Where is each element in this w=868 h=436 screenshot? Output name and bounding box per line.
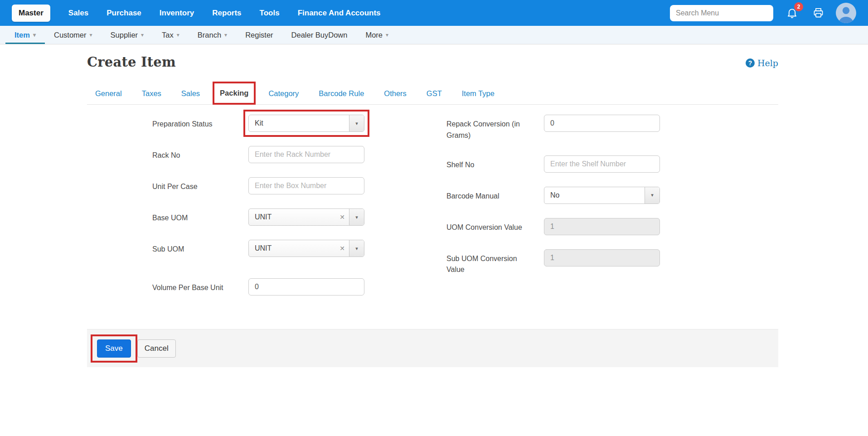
nav-item-sales[interactable]: Sales [68, 9, 88, 18]
field-label: Volume Per Base Unit [152, 278, 248, 294]
tab-category[interactable]: Category [267, 87, 300, 104]
form-column-right: Repack Conversion (in Grams) Shelf No Ba… [446, 115, 660, 290]
repack-conversion-input[interactable] [544, 115, 660, 132]
nav-item-master[interactable]: Master [12, 5, 50, 22]
field-label: Barcode Manual [446, 187, 544, 202]
chevron-down-icon[interactable]: ▾ [349, 115, 364, 131]
top-nav-items: Master Sales Purchase Inventory Reports … [12, 5, 381, 22]
help-label: Help [757, 58, 778, 68]
field-row-base-uom: Base UOM UNIT ✕ ▾ [152, 208, 364, 226]
preparation-status-dropdown[interactable]: Kit ▾ [248, 115, 364, 132]
page-header: Create Item ? Help [87, 44, 778, 70]
field-row-sub-uom: Sub UOM UNIT ✕ ▾ [152, 240, 364, 257]
subnav-item-customer[interactable]: Customer▾ [45, 26, 102, 44]
field-label: Sub UOM [152, 240, 248, 255]
field-label: Preparation Status [152, 115, 248, 130]
printer-icon [812, 7, 824, 19]
subnav-item-label: Branch [198, 31, 221, 39]
field-label: Repack Conversion (in Grams) [446, 115, 544, 141]
nav-item-purchase[interactable]: Purchase [107, 9, 141, 18]
app-window: Master Sales Purchase Inventory Reports … [0, 0, 868, 436]
subnav-item-label: Item [15, 31, 30, 39]
shelf-no-input[interactable] [544, 155, 660, 173]
subnav-item-tax[interactable]: Tax▾ [153, 26, 189, 44]
tab-general[interactable]: General [94, 87, 123, 104]
field-label: Rack No [152, 146, 248, 161]
field-row-shelf-no: Shelf No [446, 155, 660, 173]
form-footer: Save Cancel [87, 329, 778, 367]
chevron-down-icon: ▾ [177, 32, 179, 38]
field-row-barcode-manual: Barcode Manual No ▾ [446, 187, 660, 204]
chevron-down-icon: ▾ [90, 32, 92, 38]
chevron-down-icon: ▾ [224, 32, 227, 38]
clear-icon[interactable]: ✕ [335, 240, 349, 257]
tab-barcode-rule[interactable]: Barcode Rule [318, 87, 365, 104]
subnav-item-more[interactable]: More▾ [356, 26, 398, 44]
subnav-item-item[interactable]: Item▾ [5, 26, 45, 44]
notification-badge: 2 [794, 2, 803, 11]
dropdown-value: Kit [249, 115, 349, 131]
user-avatar[interactable] [836, 3, 856, 23]
save-button[interactable]: Save [97, 339, 131, 358]
annotation-box-packing-tab: Packing [213, 82, 256, 105]
tab-packing[interactable]: Packing [219, 86, 249, 99]
nav-item-inventory[interactable]: Inventory [160, 9, 194, 18]
field-row-rack-no: Rack No [152, 146, 364, 163]
field-label: UOM Conversion Value [446, 218, 544, 233]
select-value: UNIT [249, 209, 335, 225]
nav-item-tools[interactable]: Tools [260, 9, 280, 18]
help-icon: ? [746, 58, 755, 68]
sub-uom-select[interactable]: UNIT ✕ ▾ [248, 240, 364, 257]
subnav-item-label: Tax [162, 31, 174, 39]
field-row-volume-per-base-unit: Volume Per Base Unit [152, 278, 364, 296]
tab-bar: General Taxes Sales Packing Category Bar… [87, 86, 778, 105]
chevron-down-icon: ▾ [141, 32, 144, 38]
chevron-down-icon[interactable]: ▾ [349, 240, 364, 257]
page-title: Create Item [87, 54, 176, 70]
subnav-item-register[interactable]: Register [236, 26, 282, 44]
barcode-manual-dropdown[interactable]: No ▾ [544, 187, 660, 204]
main-content: Create Item ? Help General Taxes Sales P… [0, 44, 868, 367]
rack-no-input[interactable] [248, 146, 364, 163]
tab-item-type[interactable]: Item Type [461, 87, 495, 104]
sub-uom-conversion-value-input [544, 249, 660, 266]
field-row-repack-conversion: Repack Conversion (in Grams) [446, 115, 660, 141]
search-input[interactable] [670, 5, 773, 21]
base-uom-select[interactable]: UNIT ✕ ▾ [248, 208, 364, 226]
select-value: UNIT [249, 240, 335, 257]
annotation-box-preparation-status: Kit ▾ [243, 110, 369, 137]
top-navbar: Master Sales Purchase Inventory Reports … [0, 0, 868, 26]
subnav-item-label: Supplier [111, 31, 138, 39]
tab-gst[interactable]: GST [426, 87, 443, 104]
field-row-uom-conversion-value: UOM Conversion Value [446, 218, 660, 235]
subnav-item-label: More [365, 31, 383, 39]
field-row-sub-uom-conversion-value: Sub UOM Conversion Value [446, 249, 660, 276]
subnav-item-dealer-buydown[interactable]: Dealer BuyDown [282, 26, 357, 44]
tab-taxes[interactable]: Taxes [141, 87, 162, 104]
volume-per-base-unit-input[interactable] [248, 278, 364, 296]
annotation-box-save-button: Save [91, 334, 137, 363]
nav-item-finance-and-accounts[interactable]: Finance And Accounts [298, 9, 381, 18]
subnav-item-label: Register [245, 31, 273, 39]
subnav-item-branch[interactable]: Branch▾ [189, 26, 236, 44]
field-row-preparation-status: Preparation Status Kit ▾ [152, 115, 364, 132]
unit-per-case-input[interactable] [248, 177, 364, 194]
subnav-item-label: Customer [54, 31, 87, 39]
help-link[interactable]: ? Help [746, 58, 778, 68]
subnav-item-label: Dealer BuyDown [291, 31, 348, 39]
chevron-down-icon[interactable]: ▾ [645, 187, 659, 203]
notifications-button[interactable]: 2 [784, 5, 800, 21]
field-label: Base UOM [152, 208, 248, 224]
nav-item-reports[interactable]: Reports [212, 9, 241, 18]
dropdown-value: No [544, 187, 645, 203]
clear-icon[interactable]: ✕ [335, 209, 349, 225]
sub-navbar: Item▾ Customer▾ Supplier▾ Tax▾ Branch▾ R… [0, 26, 868, 44]
cancel-button[interactable]: Cancel [137, 339, 176, 358]
subnav-item-supplier[interactable]: Supplier▾ [102, 26, 153, 44]
form-column-left: Preparation Status Kit ▾ Rack No [152, 115, 364, 310]
tab-others[interactable]: Others [383, 87, 407, 104]
field-label: Sub UOM Conversion Value [446, 249, 544, 276]
tab-sales[interactable]: Sales [180, 87, 201, 104]
chevron-down-icon[interactable]: ▾ [349, 209, 364, 225]
print-button[interactable] [810, 5, 826, 21]
